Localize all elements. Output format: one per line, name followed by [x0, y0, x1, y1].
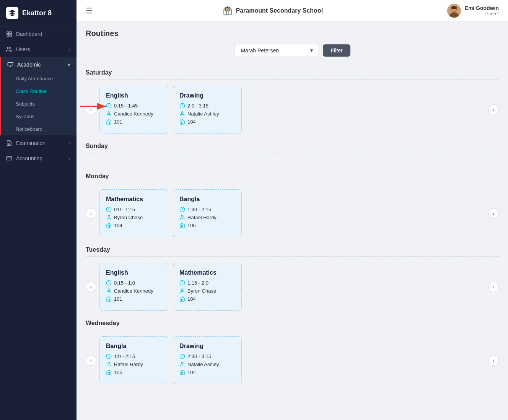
app-logo[interactable]: Ekattor 8	[0, 0, 77, 26]
day-section-wednesday: Wednesday‹Bangla 1:0 - 2:15 Rafael Hardy…	[86, 315, 499, 386]
scroll-right-button[interactable]: ›	[488, 104, 499, 115]
card-teacher: Candice Kennedy	[106, 111, 162, 117]
svg-point-24	[181, 215, 183, 217]
svg-rect-8	[7, 156, 11, 160]
school-name: Paramount Secondary School	[236, 7, 323, 14]
card-room: 105	[106, 370, 162, 375]
card-room: 104	[179, 370, 235, 375]
sidebar-academic-section: Academic ∨ Daily Attendance Class Routin…	[0, 57, 77, 135]
sidebar-subitem-subjects[interactable]: Subjects	[1, 98, 77, 110]
sidebar: Ekattor 8 Dashboard Users › Academic ∨ D…	[0, 0, 77, 420]
logo-icon	[6, 7, 18, 19]
users-label: Users	[16, 46, 30, 52]
day-section-monday: Monday‹Mathematics 0:0 - 1:15 Byron Chas…	[86, 168, 499, 239]
filter-select-wrap: Marah Petersen John Doe Jane Smith ▼	[234, 44, 318, 57]
day-divider	[86, 153, 499, 153]
home-icon	[179, 370, 185, 375]
teacher-text: Rafael Hardy	[114, 361, 143, 367]
svg-point-30	[108, 362, 110, 364]
cards-container: ‹English 0:15 - 1:0 Candice Kennedy 101	[86, 261, 499, 312]
time-text: 1:30 - 2:15	[187, 207, 211, 212]
clock-icon	[179, 353, 185, 359]
filter-button[interactable]: Filter	[323, 44, 350, 57]
users-icon	[6, 46, 12, 52]
card-subject: English	[106, 269, 162, 276]
scroll-left-button[interactable]: ‹	[86, 282, 96, 292]
cards-scroll-area: English 0:15 - 1:0 Candice Kennedy 101	[96, 261, 488, 312]
clock-icon	[106, 207, 112, 212]
card-room: 101	[106, 119, 162, 125]
sidebar-item-dashboard[interactable]: Dashboard	[0, 26, 77, 42]
grid-icon	[6, 31, 12, 37]
scroll-right-button[interactable]: ›	[488, 282, 499, 292]
day-divider	[86, 256, 499, 257]
svg-point-22	[108, 215, 110, 217]
header-title-area: 🏫 Paramount Secondary School	[99, 6, 447, 16]
hamburger-icon[interactable]: ☰	[86, 6, 93, 15]
person-icon	[179, 111, 185, 117]
sidebar-item-users[interactable]: Users ›	[0, 42, 77, 57]
home-icon	[106, 296, 112, 302]
sidebar-subitem-daily-attendance[interactable]: Daily Attendance	[1, 72, 77, 85]
home-icon	[179, 119, 185, 125]
teacher-text: Byron Chase	[187, 288, 216, 294]
time-text: 2:30 - 3:15	[187, 353, 211, 359]
cards-container: ‹English 0:15 - 1:45 Candice Kennedy 101	[86, 84, 499, 135]
day-header-wednesday: Wednesday	[86, 315, 499, 330]
card-teacher: Rafael Hardy	[106, 361, 162, 367]
sidebar-subitem-syllabus[interactable]: Syllabus	[1, 110, 77, 123]
scroll-right-button[interactable]: ›	[488, 208, 499, 219]
person-icon	[179, 361, 185, 367]
card-subject: Bangla	[106, 343, 162, 350]
teacher-text: Candice Kennedy	[114, 288, 153, 294]
routine-card: English 0:15 - 1:0 Candice Kennedy 101	[99, 263, 168, 311]
teacher-text: Natalie Ashley	[187, 361, 219, 367]
clock-icon	[179, 280, 185, 286]
card-time: 1:0 - 2:15	[106, 353, 162, 359]
card-time: 1:30 - 2:15	[179, 207, 235, 212]
scroll-left-button[interactable]: ‹	[86, 355, 96, 366]
dashboard-label: Dashboard	[16, 31, 42, 37]
home-icon	[179, 296, 185, 302]
teacher-text: Candice Kennedy	[114, 111, 153, 117]
room-text: 104	[187, 370, 196, 375]
sidebar-item-examination[interactable]: Examination ›	[0, 135, 77, 151]
academic-chevron-icon: ∨	[67, 62, 70, 67]
sidebar-item-accounting[interactable]: Accounting ›	[0, 151, 77, 166]
sidebar-subitem-noticeboard[interactable]: Noticeboard	[1, 123, 77, 135]
time-text: 1:15 - 2:0	[187, 280, 208, 286]
card-room: 101	[106, 296, 162, 302]
content-area: Routines Marah Petersen John Doe Jane Sm…	[77, 21, 508, 420]
users-chevron-icon: ›	[69, 47, 70, 52]
card-teacher: Byron Chase	[106, 215, 162, 220]
empty-day	[86, 158, 499, 165]
day-section-tuesday: Tuesday‹English 0:15 - 1:0 Candice Kenne…	[86, 242, 499, 312]
scroll-right-button[interactable]: ›	[488, 355, 499, 366]
card-teacher: Rafael Hardy	[179, 215, 235, 220]
day-header-sunday: Sunday	[86, 138, 499, 153]
scroll-left-button[interactable]: ‹	[86, 104, 96, 115]
teacher-text: Natalie Ashley	[187, 111, 219, 117]
card-time: 1:15 - 2:0	[179, 280, 235, 286]
sidebar-subitem-class-routine[interactable]: Class Routine	[1, 85, 77, 98]
day-section-saturday: Saturday‹English 0:15 - 1:45 Candice Ken…	[86, 65, 499, 135]
card-room: 104	[106, 223, 162, 228]
day-section-sunday: Sunday	[86, 138, 499, 165]
accounting-icon	[6, 155, 12, 161]
scroll-left-button[interactable]: ‹	[86, 208, 96, 219]
page-title: Routines	[86, 29, 499, 38]
card-teacher: Byron Chase	[179, 288, 235, 294]
routine-card: Mathematics 0:0 - 1:15 Byron Chase 104	[99, 189, 168, 237]
routine-card: English 0:15 - 1:45 Candice Kennedy 101	[99, 86, 168, 133]
exam-icon	[6, 140, 12, 146]
user-info: Emi Goodwin Parent	[465, 5, 499, 16]
student-filter-select[interactable]: Marah Petersen John Doe Jane Smith	[234, 44, 318, 57]
time-text: 2:0 - 3:15	[187, 103, 208, 109]
day-header-tuesday: Tuesday	[86, 242, 499, 256]
sidebar-item-academic[interactable]: Academic ∨	[1, 57, 77, 72]
card-teacher: Natalie Ashley	[179, 361, 235, 367]
person-icon	[179, 215, 185, 220]
card-time: 0:15 - 1:0	[106, 280, 162, 286]
user-role: Parent	[465, 11, 499, 16]
svg-point-28	[181, 289, 183, 291]
